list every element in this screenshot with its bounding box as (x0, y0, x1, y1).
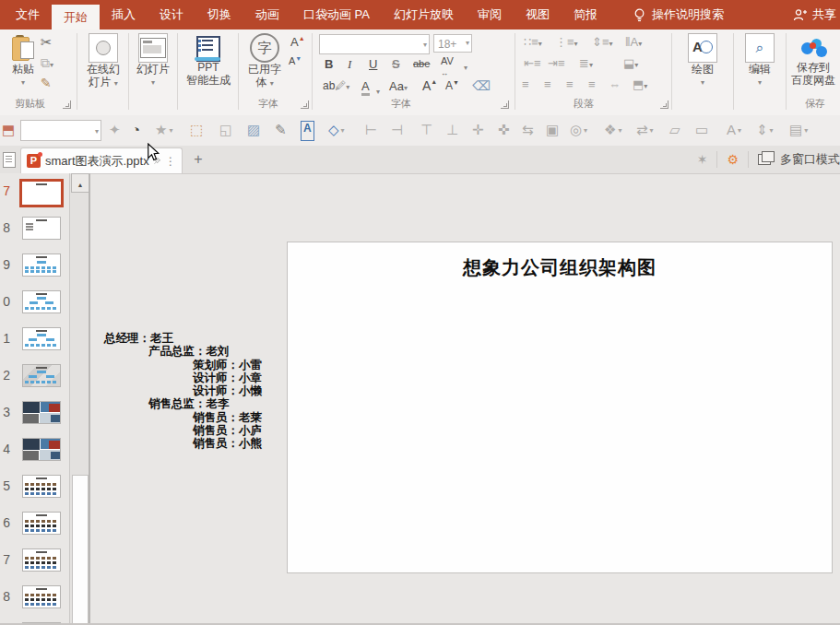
slide-thumbnail[interactable] (22, 254, 61, 277)
slide-thumbnail[interactable] (22, 585, 61, 608)
center-horizontally-icon[interactable]: ✛ (472, 121, 484, 139)
copy-icon[interactable]: ⧉ (41, 55, 53, 73)
menu-tab-briefing[interactable]: 简报 (562, 0, 609, 29)
scrollbar-thumb[interactable] (72, 475, 89, 625)
paste-button[interactable]: 粘贴 (6, 33, 41, 87)
layout-picker-icon[interactable]: ▤▾ (789, 121, 808, 139)
align-text-icon[interactable]: ⬓ (623, 56, 638, 70)
bring-forward-icon[interactable]: ▱ (669, 121, 680, 139)
columns-icon[interactable]: ≣ (579, 56, 593, 70)
text-shadow-abc-button[interactable]: abe (413, 58, 430, 69)
line-spacing-icon[interactable]: ⇕▾ (756, 121, 774, 139)
center-vertically-icon[interactable]: ✜ (498, 121, 510, 139)
drawing-button[interactable]: A 绘图 (680, 33, 726, 87)
clear-formatting-icon[interactable]: ⌫ (472, 78, 491, 93)
merge-shapes-icon[interactable]: ◎▾ (570, 121, 587, 139)
change-case-button[interactable]: Aa (389, 79, 408, 93)
save-to-baidu-button[interactable]: 保存到 百度网盘 (789, 33, 837, 87)
shrink-font-button[interactable]: A▼ (445, 79, 459, 92)
share-button[interactable]: 共享 (793, 0, 840, 29)
text-direction-icon[interactable]: ⫴A (625, 35, 642, 50)
increase-indent-icon[interactable]: ⇥≡ (548, 56, 564, 70)
new-slide-button[interactable]: 幻灯片 (133, 33, 173, 87)
slide-thumbnail[interactable] (22, 401, 61, 424)
object-align-right-icon[interactable]: ⊣ (391, 121, 403, 139)
paragraph-dialog-launcher[interactable] (660, 100, 668, 109)
slide-surface[interactable]: 想象力公司组织架构图 (287, 242, 833, 573)
add-animation-icon[interactable]: ★▾ (155, 121, 172, 139)
brush-icon[interactable]: ✎ (275, 121, 287, 139)
animation-timing-icon[interactable]: ◔ (132, 121, 140, 139)
menu-tab-file[interactable]: 文件 (4, 0, 52, 29)
bullets-icon[interactable]: ∷≡ (524, 35, 542, 49)
menu-tab-slideshow[interactable]: 幻灯片放映 (382, 0, 466, 29)
slide-thumbnail[interactable] (22, 512, 61, 535)
used-fonts-button[interactable]: 字 已用字 体 (243, 33, 286, 90)
character-spacing-button[interactable]: AV↔ (441, 55, 454, 77)
scroll-up-button[interactable] (71, 173, 89, 193)
slide-thumbnail[interactable] (22, 217, 61, 240)
tab-menu-icon[interactable]: ⋮ (165, 155, 176, 168)
distribute-text-icon[interactable]: ⇔ (609, 77, 621, 91)
menu-tab-pocket-animation[interactable]: 口袋动画 PA (291, 0, 382, 29)
animation-preset-combo[interactable]: ▾ (20, 120, 101, 141)
slide-thumbnail[interactable] (22, 438, 61, 461)
slide-thumbnail[interactable] (22, 475, 61, 498)
menu-tab-transitions[interactable]: 切换 (195, 0, 243, 29)
font-dialog-launcher-b[interactable] (501, 100, 509, 109)
font-name-combo[interactable]: ▾ (319, 34, 430, 54)
font-size-combo[interactable]: 18+▾ (433, 34, 472, 53)
group-objects-icon[interactable]: ▣ (546, 121, 559, 139)
text-format-icon[interactable]: A▾ (727, 121, 741, 139)
text-box-icon[interactable]: A (301, 121, 314, 141)
flip-rotate-icon[interactable]: ⇄▾ (636, 121, 654, 139)
editing-button[interactable]: ⌕ 编辑 (739, 33, 781, 87)
object-align-left-icon[interactable]: ⊢ (365, 121, 377, 139)
menu-tab-view[interactable]: 视图 (514, 0, 562, 29)
slide-title[interactable]: 想象力公司组织架构图 (288, 255, 832, 280)
settings-gear-icon[interactable]: ⚙ (727, 152, 739, 167)
align-right-icon[interactable]: ≡ (566, 77, 574, 91)
align-left-icon[interactable]: ≡ (522, 77, 529, 91)
slideshow-display-icon[interactable]: ⬒ (2, 121, 15, 139)
grow-font-button[interactable]: A▲ (422, 78, 437, 93)
object-align-bottom-icon[interactable]: ⊥ (446, 121, 458, 139)
menu-tab-design[interactable]: 设计 (148, 0, 195, 29)
tell-me-search[interactable]: 操作说明搜索 (633, 0, 724, 29)
strikethrough-button[interactable]: S (392, 57, 400, 71)
distribute-horizontal-icon[interactable]: ⇆ (522, 121, 534, 139)
online-slides-button[interactable]: 在线幻 灯片 (81, 33, 125, 90)
format-painter-icon[interactable]: ✎ (41, 76, 52, 90)
menu-tab-animations[interactable]: 动画 (243, 0, 291, 29)
preview-animation-icon[interactable]: ✦ (109, 121, 121, 139)
clipboard-dialog-launcher[interactable] (63, 100, 71, 109)
numbering-icon[interactable]: ⋮≡ (555, 35, 578, 49)
thumbnail-scrollbar[interactable] (69, 173, 89, 625)
italic-button[interactable]: I (348, 57, 351, 72)
picture-fill-icon[interactable]: ▨ (247, 121, 260, 139)
menu-tab-home[interactable]: 开始 (52, 5, 100, 29)
slide-thumbnail[interactable] (22, 364, 61, 387)
document-home-icon[interactable] (3, 152, 16, 168)
shapes-icon[interactable]: ◇▾ (328, 121, 345, 139)
object-align-top-icon[interactable]: ⊤ (420, 121, 432, 139)
line-spacing-para-icon[interactable]: ⇕≡ (592, 35, 613, 49)
align-center-icon[interactable]: ≡ (544, 77, 551, 91)
slide-thumbnail[interactable] (22, 548, 61, 572)
multi-window-label[interactable]: 多窗口模式 (780, 151, 840, 168)
new-tab-button[interactable] (190, 151, 207, 168)
highlight-button[interactable]: ab🖉 (323, 79, 349, 92)
menu-tab-review[interactable]: 审阅 (466, 0, 514, 29)
slide-thumbnail[interactable] (19, 179, 64, 207)
font-dialog-launcher-a[interactable] (301, 100, 309, 109)
bold-button[interactable]: B (325, 57, 333, 71)
object-position-icon[interactable]: ❖▾ (604, 121, 621, 139)
magic-wand-icon[interactable]: ✶ (697, 152, 708, 167)
menu-tab-insert[interactable]: 插入 (100, 0, 148, 29)
select-object-icon[interactable]: ⬚ (190, 121, 203, 139)
justify-icon[interactable]: ≡ (588, 77, 596, 91)
font-color-button[interactable]: A (361, 79, 370, 96)
decrease-font-icon[interactable]: A▼ (289, 55, 302, 66)
decrease-indent-icon[interactable]: ⇤≡ (524, 56, 540, 70)
slide-thumbnail[interactable] (22, 327, 61, 350)
